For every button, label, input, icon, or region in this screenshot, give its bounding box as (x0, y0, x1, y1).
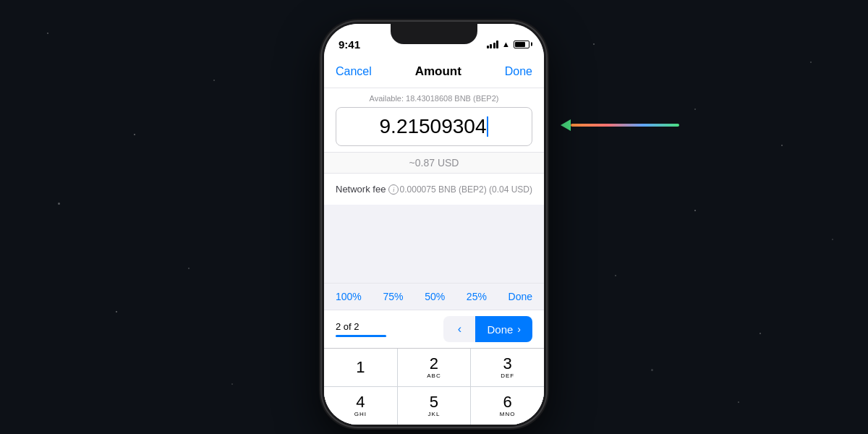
status-icons: ▲ (487, 40, 529, 48)
battery-icon (514, 41, 529, 48)
page-title: Amount (415, 64, 461, 79)
step-done-label: Done (487, 323, 513, 336)
network-fee-label: Network fee i (336, 184, 399, 195)
signal-icon (487, 41, 499, 48)
key-6[interactable]: 6 MNO (471, 387, 544, 425)
percent-row: 100% 75% 50% 25% Done (324, 283, 544, 310)
status-bar: 9:41 ▲ (324, 24, 544, 56)
amount-value: 9.21509304 (380, 115, 487, 138)
percent-50-button[interactable]: 50% (425, 291, 445, 302)
step-done-button[interactable]: Done › (475, 316, 532, 342)
header: Cancel Amount Done (324, 56, 544, 88)
step-progress-bar (336, 335, 386, 337)
step-info: 2 of 2 (336, 321, 386, 337)
arrow-indicator (561, 119, 679, 131)
step-navigation: ‹ Done › (443, 316, 532, 342)
network-fee-text: Network fee (336, 184, 386, 195)
chevron-right-icon: › (517, 323, 521, 335)
screen-content: Cancel Amount Done Available: 18.4301860… (324, 56, 544, 425)
amount-section: Available: 18.43018608 BNB (BEP2) 9.2150… (324, 88, 544, 152)
wifi-icon: ▲ (502, 40, 510, 48)
key-4[interactable]: 4 GHI (324, 387, 397, 425)
key-5[interactable]: 5 JKL (398, 387, 471, 425)
percent-done-button[interactable]: Done (509, 291, 532, 302)
arrow-line (571, 124, 679, 127)
percent-25-button[interactable]: 25% (467, 291, 487, 302)
amount-input-container[interactable]: 9.21509304 (336, 107, 532, 146)
percent-75-button[interactable]: 75% (383, 291, 403, 302)
phone-screen: 9:41 ▲ Cancel Amount Done (324, 24, 544, 425)
key-3[interactable]: 3 DEF (471, 349, 544, 386)
status-time: 9:41 (339, 38, 360, 51)
step-text: 2 of 2 (336, 321, 386, 332)
usd-equivalent: ~0.87 USD (324, 152, 544, 173)
step-indicator-row: 2 of 2 ‹ Done › (324, 310, 544, 348)
key-2[interactable]: 2 ABC (398, 349, 471, 386)
step-back-button[interactable]: ‹ (443, 316, 475, 342)
header-done-button[interactable]: Done (505, 65, 532, 78)
notch (391, 24, 477, 44)
step-progress-fill (336, 335, 386, 337)
cancel-button[interactable]: Cancel (336, 65, 372, 78)
phone-frame: 9:41 ▲ Cancel Amount Done (322, 22, 546, 427)
content-spacer (324, 205, 544, 283)
text-cursor (487, 116, 488, 137)
percent-100-button[interactable]: 100% (336, 291, 362, 302)
key-1[interactable]: 1 (324, 349, 397, 386)
info-icon[interactable]: i (388, 184, 399, 195)
network-fee-row: Network fee i 0.000075 BNB (BEP2) (0.04 … (324, 173, 544, 205)
arrow-head-icon (561, 119, 571, 131)
network-fee-value: 0.000075 BNB (BEP2) (0.04 USD) (400, 184, 532, 195)
keypad: 1 2 ABC 3 DEF 4 GHI 5 JKL (324, 348, 544, 425)
available-balance-text: Available: 18.43018608 BNB (BEP2) (336, 94, 532, 103)
